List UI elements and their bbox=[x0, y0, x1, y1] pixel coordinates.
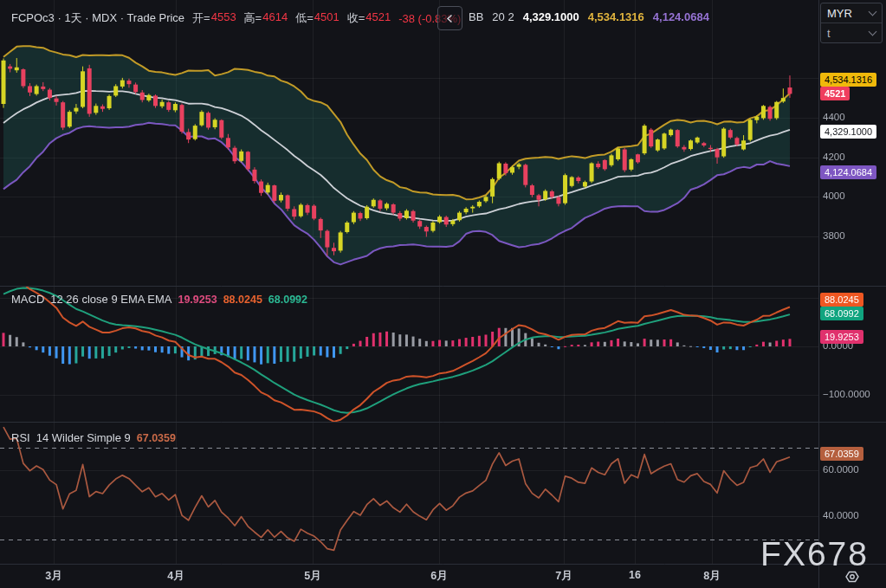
rsi-axis-tick: 60.0000 bbox=[823, 464, 859, 475]
ohlc-low: 低= 4501 bbox=[295, 10, 340, 26]
macd-params: 12 26 close 9 EMA EMA bbox=[50, 293, 171, 306]
watermark: FX678 bbox=[760, 535, 869, 573]
currency-dropdown[interactable]: MYR bbox=[821, 3, 882, 23]
macd-hist-tag: 19.9253 bbox=[820, 330, 863, 344]
ohlc-high: 高= 4614 bbox=[244, 10, 288, 26]
bb-params: 20 2 bbox=[492, 10, 514, 23]
last-price-tag: 4521 bbox=[820, 87, 850, 100]
price-scale-selector: MYR t bbox=[820, 3, 883, 43]
price-axis-tick: 4000 bbox=[823, 191, 845, 201]
low-label: 低= bbox=[295, 10, 314, 26]
time-axis-label: 3月 bbox=[45, 569, 61, 584]
macd-axis-tick: −100.0000 bbox=[823, 389, 870, 399]
symbol-title: FCPOc3 · 1天 · MDX · Trade Price bbox=[11, 10, 184, 26]
time-axis-label: 8月 bbox=[703, 569, 720, 584]
rsi-value: 67.0359 bbox=[137, 432, 176, 444]
price-axis-tick: 3800 bbox=[823, 230, 845, 241]
rsi-name: RSI bbox=[11, 431, 30, 444]
macd-line-value: 88.0245 bbox=[223, 294, 262, 306]
unit-value: t bbox=[827, 27, 831, 40]
time-axis-label: 7月 bbox=[555, 569, 572, 584]
high-value: 4614 bbox=[262, 10, 288, 26]
ohlc-open: 开= 4553 bbox=[192, 10, 236, 26]
collapse-legend-button[interactable] bbox=[437, 6, 462, 30]
overlay-layer: FCPOc3 · 1天 · MDX · Trade Price 开= 4553 … bbox=[0, 0, 886, 588]
time-axis-label: 6月 bbox=[430, 569, 447, 584]
chart-window: FCPOc3 · 1天 · MDX · Trade Price 开= 4553 … bbox=[0, 0, 886, 588]
close-value: 4521 bbox=[365, 10, 391, 26]
bb-name: BB bbox=[469, 10, 483, 23]
macd-name: MACD bbox=[11, 293, 44, 306]
bb-upper-tag: 4,534.1316 bbox=[820, 73, 876, 87]
rsi-axis-tick: 40.0000 bbox=[823, 510, 859, 520]
currency-value: MYR bbox=[827, 7, 852, 20]
chevron-down-icon bbox=[869, 8, 877, 16]
ohlc-close: 收= 4521 bbox=[347, 10, 391, 26]
chevron-left-icon bbox=[445, 14, 455, 23]
scale-settings-button[interactable] bbox=[844, 569, 860, 585]
bb-basis-tag: 4,329.1000 bbox=[820, 125, 876, 139]
rsi-tag: 67.0359 bbox=[820, 447, 863, 461]
open-value: 4553 bbox=[211, 10, 236, 26]
bb-lower-tag: 4,124.0684 bbox=[820, 165, 876, 179]
rsi-indicator-legend[interactable]: RSI 14 Wilder Simple 9 67.0359 bbox=[11, 431, 176, 444]
macd-indicator-legend[interactable]: MACD 12 26 close 9 EMA EMA 19.9253 88.02… bbox=[11, 293, 307, 306]
rsi-params: 14 Wilder Simple 9 bbox=[36, 431, 131, 444]
macd-signal-tag: 68.0992 bbox=[820, 307, 863, 320]
unit-dropdown[interactable]: t bbox=[821, 23, 882, 42]
low-value: 4501 bbox=[314, 10, 340, 26]
bb-upper-value: 4,534.1316 bbox=[588, 10, 644, 23]
time-axis-label: 5月 bbox=[304, 569, 320, 584]
bb-indicator-legend[interactable]: BB 20 2 4,329.1000 4,534.1316 4,124.0684 bbox=[469, 10, 709, 23]
open-label: 开= bbox=[192, 10, 210, 26]
gear-icon bbox=[844, 569, 860, 585]
close-label: 收= bbox=[347, 10, 365, 26]
time-axis-label: 16 bbox=[629, 569, 641, 581]
macd-signal-value: 68.0992 bbox=[268, 294, 307, 306]
bb-lower-value: 4,124.0684 bbox=[653, 10, 709, 23]
price-axis-tick: 4400 bbox=[823, 112, 845, 122]
symbol-legend[interactable]: FCPOc3 · 1天 · MDX · Trade Price 开= 4553 … bbox=[11, 10, 461, 26]
bb-basis-value: 4,329.1000 bbox=[523, 10, 579, 23]
macd-line-tag: 88.0245 bbox=[820, 293, 863, 307]
high-label: 高= bbox=[244, 10, 262, 26]
price-axis-tick: 4200 bbox=[823, 152, 845, 162]
time-axis-label: 4月 bbox=[167, 569, 184, 584]
macd-hist-value: 19.9253 bbox=[178, 294, 217, 306]
chevron-down-icon bbox=[869, 28, 877, 36]
